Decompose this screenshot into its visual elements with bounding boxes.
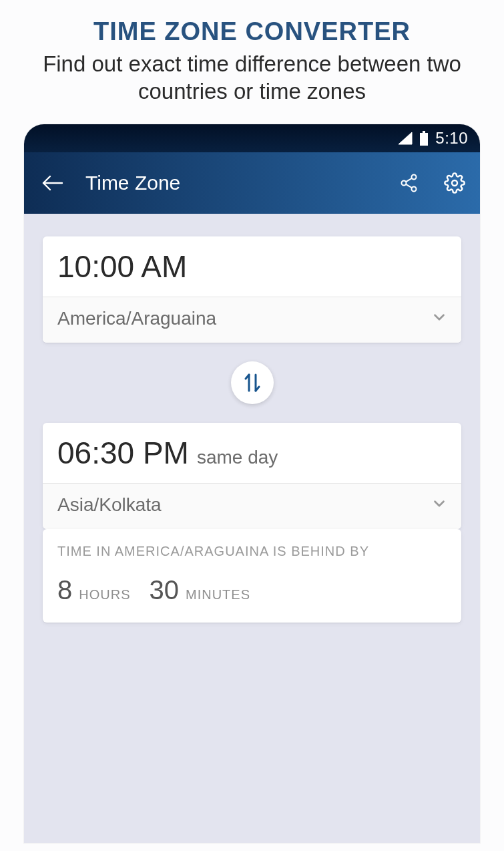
share-button[interactable] xyxy=(396,170,423,196)
to-zone-row[interactable]: Asia/Kolkata xyxy=(43,484,461,529)
minutes-value: 30 xyxy=(149,575,179,605)
statusbar-time: 5:10 xyxy=(435,129,468,148)
svg-line-6 xyxy=(406,178,412,181)
from-card: 10:00 AM America/Araguaina xyxy=(43,236,461,343)
svg-point-3 xyxy=(412,174,417,179)
from-time: 10:00 AM xyxy=(57,248,187,285)
difference-values: 8 HOURS 30 MINUTES xyxy=(57,575,447,605)
svg-point-5 xyxy=(412,186,417,191)
promo-subtitle: Find out exact time difference between t… xyxy=(13,50,491,106)
signal-icon xyxy=(398,132,413,145)
difference-header: TIME IN AMERICA/ARAGUAINA IS BEHIND BY xyxy=(57,544,447,559)
status-bar: 5:10 xyxy=(24,124,480,152)
hours-group: 8 HOURS xyxy=(57,575,130,605)
chevron-down-icon xyxy=(431,495,448,515)
svg-line-7 xyxy=(406,184,412,187)
to-time-row[interactable]: 06:30 PM same day xyxy=(43,423,461,483)
svg-point-8 xyxy=(452,180,457,186)
device-frame: 5:10 Time Zone 10:00 AM America/Araguain… xyxy=(24,124,480,843)
from-zone-label: America/Araguaina xyxy=(57,308,431,329)
minutes-group: 30 MINUTES xyxy=(149,575,250,605)
hours-value: 8 xyxy=(57,575,72,605)
chevron-down-icon xyxy=(431,309,448,329)
to-time: 06:30 PM xyxy=(57,435,189,471)
minutes-label: MINUTES xyxy=(186,587,250,603)
app-bar: Time Zone xyxy=(24,152,480,214)
to-card: 06:30 PM same day Asia/Kolkata xyxy=(43,423,461,529)
battery-icon xyxy=(419,131,429,146)
back-button[interactable] xyxy=(39,170,65,196)
swap-button[interactable] xyxy=(231,361,274,404)
appbar-title: Time Zone xyxy=(85,172,396,194)
svg-rect-0 xyxy=(423,131,425,133)
difference-card: TIME IN AMERICA/ARAGUAINA IS BEHIND BY 8… xyxy=(43,529,461,623)
promo-banner: TIME ZONE CONVERTER Find out exact time … xyxy=(0,0,504,118)
hours-label: HOURS xyxy=(79,587,130,603)
to-day-note: same day xyxy=(197,447,278,468)
from-zone-row[interactable]: America/Araguaina xyxy=(43,297,461,343)
svg-point-4 xyxy=(402,180,407,185)
promo-title: TIME ZONE CONVERTER xyxy=(13,17,491,46)
to-zone-label: Asia/Kolkata xyxy=(57,494,431,516)
settings-button[interactable] xyxy=(441,170,468,196)
svg-rect-1 xyxy=(420,133,428,146)
from-time-row[interactable]: 10:00 AM xyxy=(43,236,461,297)
main-content: 10:00 AM America/Araguaina xyxy=(24,214,480,623)
